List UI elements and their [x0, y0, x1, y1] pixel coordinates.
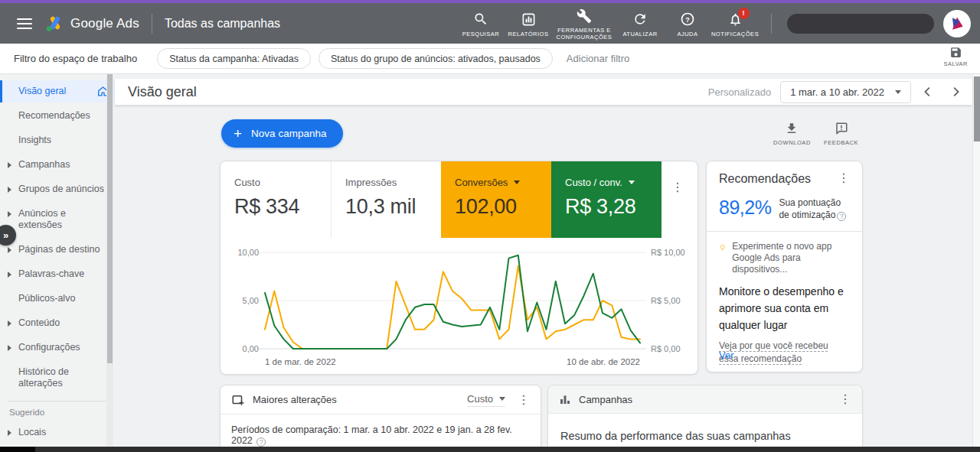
sidebar-scrollbar[interactable] — [106, 74, 113, 447]
main-content: Visão geral Personalizado 1 mar. a 10 ab… — [115, 74, 972, 447]
sidebar-item-grupos-de-anuncios[interactable]: Grupos de anúncios — [0, 178, 115, 200]
notifications-button[interactable]: ! NOTIFICAÇÕES — [711, 10, 759, 37]
top-changes-title: Maiores alterações — [253, 394, 467, 405]
sidebar-section-sugerido: Sugerido — [0, 406, 115, 421]
sidebar-item-conteudo[interactable]: Conteúdo — [0, 312, 115, 334]
bell-icon: ! — [728, 11, 743, 28]
new-campaign-button[interactable]: + Nova campanha — [221, 119, 343, 148]
metric-custo-conv[interactable]: Custo / conv. R$ 3,28 — [551, 161, 662, 238]
google-ads-app: Google Ads Todas as campanhas PESQUISAR … — [0, 0, 980, 452]
sidebar-scrollbar-thumb[interactable] — [107, 74, 113, 363]
product-name: Google Ads — [70, 16, 139, 31]
download-button[interactable]: DOWNLOAD — [773, 122, 811, 146]
expand-arrow-icon — [8, 211, 11, 217]
sidebar-item-recomendacoes[interactable]: Recomendações — [0, 105, 115, 127]
add-filter-button[interactable]: Adicionar filtro — [567, 53, 629, 64]
expand-arrow-icon — [8, 162, 11, 168]
overview-card-menu[interactable]: ⋮ — [671, 181, 684, 193]
recommendations-card-menu[interactable]: ⋮ — [838, 172, 850, 184]
account-page-title: Todas as campanhas — [165, 17, 280, 31]
topbar-actions: PESQUISAR RELATÓRIOS FERRAMENTAS E CONFI… — [457, 3, 980, 44]
sidebar-item-visao-geral[interactable]: Visão geral — [0, 80, 115, 102]
topbar-divider-2 — [771, 14, 772, 34]
tools-settings-button[interactable]: FERRAMENTAS E CONFIGURAÇÕES — [552, 6, 616, 41]
feedback-icon — [835, 122, 848, 135]
sidebar-item-anuncios-e-extensoes[interactable]: Anúncios e extensões — [0, 203, 115, 236]
recommendation-reason-link[interactable]: Veja por que você recebeu essa recomenda… — [719, 340, 850, 366]
chevron-down-icon — [499, 397, 505, 401]
metrics-row: Custo R$ 334 Impressões 10,3 mil Convers… — [220, 161, 697, 238]
svg-text:10,00: 10,00 — [237, 248, 259, 257]
metric-impressoes[interactable]: Impressões 10,3 mil — [331, 161, 441, 238]
account-email-redacted[interactable] — [787, 14, 934, 34]
top-changes-card-menu[interactable]: ⋮ — [518, 394, 530, 406]
top-changes-metric-select[interactable]: Custo — [467, 393, 505, 407]
chevron-right-icon[interactable] — [949, 86, 962, 98]
wrench-icon — [577, 8, 592, 24]
sidebar-item-campanhas[interactable]: Campanhas — [0, 154, 115, 176]
sidebar-item-locais[interactable]: Locais — [0, 421, 115, 444]
search-icon — [473, 11, 488, 28]
help-circle-icon[interactable]: ? — [256, 437, 266, 447]
google-ads-logo-icon — [44, 15, 64, 33]
sidebar-item-publicos-alvo[interactable]: Públicos-alvo — [0, 288, 115, 310]
expand-arrow-icon — [8, 247, 11, 253]
overview-summary-card: Custo R$ 334 Impressões 10,3 mil Convers… — [220, 161, 698, 375]
recommendation-tip: Experimente o novo app Google Ads para d… — [719, 241, 850, 275]
campaigns-card-header: Campanhas ⋮ — [548, 385, 862, 414]
help-circle-icon[interactable]: ? — [837, 212, 846, 221]
notification-badge: ! — [738, 8, 750, 19]
campaigns-card: Campanhas ⋮ Resumo da performance das su… — [547, 385, 863, 452]
search-button[interactable]: PESQUISAR — [457, 10, 505, 37]
overview-chart: 0,00R$ 0,005,00R$ 5,0010,00R$ 10,001 de … — [220, 239, 698, 373]
svg-text:?: ? — [685, 16, 690, 24]
sidebar-item-palavras-chave[interactable]: Palavras-chave — [0, 263, 115, 285]
refresh-button[interactable]: ATUALIZAR — [616, 10, 664, 37]
svg-text:R$ 0,00: R$ 0,00 — [651, 344, 681, 353]
download-icon — [785, 122, 799, 135]
filter-chip-adgroup-status[interactable]: Status do grupo de anúncios: ativados, p… — [318, 48, 553, 69]
recommendation-headline: Monitore o desempenho e aprimore sua con… — [719, 283, 850, 333]
bar-chart-icon — [559, 393, 571, 405]
page-scrollbar-thumb[interactable] — [974, 76, 980, 141]
help-button[interactable]: ? AJUDA — [664, 10, 711, 37]
sidebar-item-historico-de-alteracoes[interactable]: Histórico de alterações — [0, 361, 115, 395]
sidebar-item-insights[interactable]: Insights — [0, 129, 115, 151]
campaigns-card-menu[interactable]: ⋮ — [839, 393, 851, 405]
metric-conversoes[interactable]: Conversões 102,00 — [441, 161, 551, 238]
date-range-picker[interactable]: 1 mar. a 10 abr. 2022 — [780, 81, 911, 103]
plus-icon: + — [234, 125, 242, 142]
metric-custo[interactable]: Custo R$ 334 — [220, 161, 331, 238]
page-scrollbar[interactable] — [972, 74, 980, 447]
save-icon — [949, 46, 962, 59]
lightbulb-icon — [719, 241, 726, 255]
chevron-down-icon — [514, 180, 520, 184]
chevron-down-icon — [895, 90, 901, 94]
date-range-controls: Personalizado 1 mar. a 10 abr. 2022 — [708, 81, 962, 103]
avatar[interactable] — [943, 10, 971, 37]
top-changes-icon — [231, 393, 245, 407]
svg-text:R$ 10,00: R$ 10,00 — [651, 248, 685, 257]
save-button[interactable]: SALVAR — [944, 46, 968, 67]
workspace-filter-bar: Filtro do espaço de trabalho Status da c… — [0, 44, 980, 74]
recommendations-view-link[interactable]: Ver — [719, 350, 734, 361]
chevron-left-icon[interactable] — [922, 86, 934, 98]
date-range-nav — [922, 86, 962, 98]
svg-text:0,00: 0,00 — [243, 344, 259, 353]
feedback-button[interactable]: FEEDBACK — [824, 122, 858, 146]
sidebar-divider — [8, 401, 107, 402]
filter-chip-campaign-status[interactable]: Status da campanha: Ativadas — [157, 48, 311, 69]
reports-icon — [521, 11, 536, 28]
expand-arrow-icon — [8, 320, 11, 327]
campaigns-card-title: Campanhas — [579, 394, 839, 405]
recommendations-card: Recomendações ⋮ 89,2% Sua pontuação de o… — [706, 161, 863, 372]
svg-text:1 de mar. de 2022: 1 de mar. de 2022 — [265, 357, 336, 366]
expand-arrow-icon — [8, 345, 11, 351]
avatar-logo-icon — [947, 14, 967, 34]
svg-text:10 de abr. de 2022: 10 de abr. de 2022 — [567, 357, 640, 366]
sidebar-item-paginas-de-destino[interactable]: Páginas de destino — [0, 239, 115, 261]
top-changes-header: Maiores alterações Custo ⋮ — [220, 385, 541, 414]
reports-button[interactable]: RELATÓRIOS — [505, 10, 552, 37]
menu-icon[interactable] — [17, 18, 32, 29]
sidebar-item-configuracoes[interactable]: Configurações — [0, 337, 115, 359]
